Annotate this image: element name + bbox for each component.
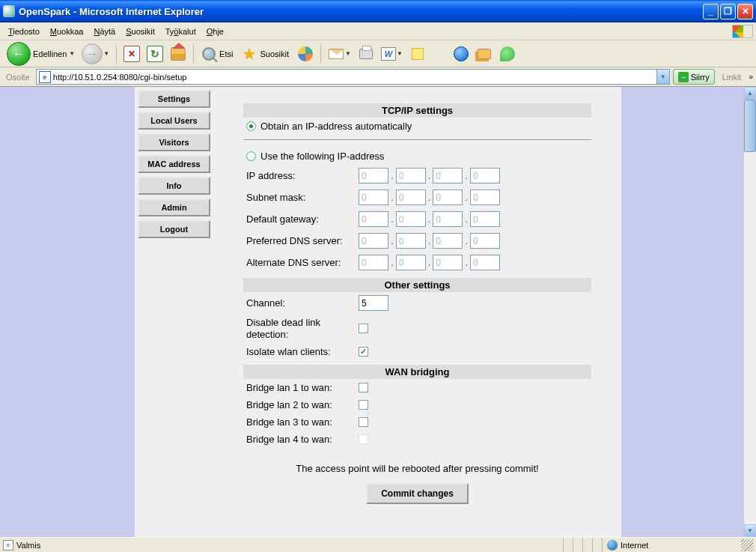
status-zone: Internet <box>621 541 648 550</box>
go-button[interactable]: →Siirry <box>673 69 715 85</box>
ip-octet-2[interactable] <box>396 168 426 184</box>
toolbar: ←Edellinen▼ →▼ ✕ ↻ Etsi ★Suosikit ▼ W▼ <box>0 40 756 67</box>
app-icon <box>3 5 15 17</box>
gateway-octet-2[interactable] <box>396 211 426 227</box>
scroll-up-icon[interactable]: ▲ <box>744 87 756 100</box>
isolate-label: Isolate wlan clients: <box>246 346 359 357</box>
sidebar-item-mac-address[interactable]: MAC address <box>138 155 210 173</box>
address-input[interactable] <box>53 73 656 82</box>
subnet-octet-2[interactable] <box>396 189 426 205</box>
address-dropdown[interactable]: ▼ <box>656 70 669 84</box>
dns2-octet-1[interactable] <box>359 255 388 270</box>
star-icon: ★ <box>241 46 257 62</box>
dns1-octet-3[interactable] <box>433 233 463 249</box>
dns1-label: Preferred DNS server: <box>246 235 359 246</box>
addressbar: Osoite e ▼ →Siirry Linkit » <box>0 67 756 87</box>
dns2-label: Alternate DNS server: <box>246 257 359 268</box>
radio-manual-label: Use the following IP-address <box>260 151 384 162</box>
isolate-checkbox[interactable]: ✓ <box>359 347 368 357</box>
scroll-down-icon[interactable]: ▼ <box>744 524 756 537</box>
menu-tyokalut[interactable]: Työkalut <box>160 25 201 38</box>
sidebar-item-settings[interactable]: Settings <box>138 90 210 108</box>
dns2-octet-3[interactable] <box>433 255 463 270</box>
folders-button[interactable] <box>474 43 495 64</box>
address-input-wrap[interactable]: e ▼ <box>36 69 670 85</box>
home-button[interactable] <box>168 43 189 64</box>
titlebar: OpenSpark - Microsoft Internet Explorer … <box>0 0 756 22</box>
main-form: TCP/IP settings Obtain an IP-address aut… <box>213 87 621 537</box>
bridge2-checkbox[interactable] <box>359 400 368 410</box>
messenger-button[interactable] <box>497 43 518 64</box>
subnet-octet-1[interactable] <box>359 189 388 205</box>
links-label[interactable]: Linkit <box>718 73 746 82</box>
subnet-octet-3[interactable] <box>433 189 463 205</box>
dns1-octet-1[interactable] <box>359 233 388 249</box>
menu-suosikit[interactable]: Suosikit <box>121 25 160 38</box>
back-button[interactable]: ←Edellinen▼ <box>4 43 77 64</box>
menu-muokkaa[interactable]: Muokkaa <box>45 25 89 38</box>
address-label: Osoite <box>3 73 33 82</box>
menu-tiedosto[interactable]: Tiedosto <box>3 25 45 38</box>
scrollbar-vertical[interactable]: ▲ ▼ <box>743 87 756 537</box>
sidebar-item-logout[interactable]: Logout <box>138 220 210 238</box>
ip-octet-1[interactable] <box>359 168 388 184</box>
bridge3-checkbox[interactable] <box>359 417 368 427</box>
zone-globe-icon <box>607 540 618 551</box>
discuss-button[interactable] <box>407 43 428 64</box>
gateway-label: Default gateway: <box>246 213 359 225</box>
gateway-octet-1[interactable] <box>359 211 388 227</box>
media-button[interactable] <box>295 43 316 64</box>
minimize-button[interactable]: _ <box>703 4 719 19</box>
gateway-octet-3[interactable] <box>433 211 463 227</box>
radio-manual[interactable] <box>246 151 256 161</box>
media-icon <box>298 46 313 61</box>
close-button[interactable]: ✕ <box>737 4 753 19</box>
status-text: Valmis <box>16 541 40 550</box>
subnet-octet-4[interactable] <box>470 189 500 205</box>
related-button[interactable] <box>451 43 472 64</box>
stop-button[interactable]: ✕ <box>121 43 142 64</box>
edit-button[interactable]: W▼ <box>379 43 405 64</box>
section-wan-head: WAN bridging <box>243 365 591 379</box>
radio-auto-row[interactable]: Obtain an IP-address automatically <box>243 118 591 135</box>
search-button[interactable]: Etsi <box>198 43 237 64</box>
radio-auto[interactable] <box>246 121 256 131</box>
ip-octet-4[interactable] <box>470 168 500 184</box>
menu-nayta[interactable]: Näytä <box>88 25 121 38</box>
channel-label: Channel: <box>246 297 359 309</box>
print-icon <box>359 49 373 59</box>
dns1-octet-2[interactable] <box>396 233 426 249</box>
favorites-button[interactable]: ★Suosikit <box>239 43 293 64</box>
radio-manual-row[interactable]: Use the following IP-address <box>243 148 591 165</box>
commit-button[interactable]: Commit changes <box>366 483 469 504</box>
mail-button[interactable]: ▼ <box>326 43 353 64</box>
maximize-button[interactable]: ❐ <box>720 4 736 19</box>
refresh-button[interactable]: ↻ <box>144 43 165 64</box>
channel-input[interactable] <box>359 295 388 311</box>
dns2-octet-2[interactable] <box>396 255 426 270</box>
forward-button[interactable]: →▼ <box>79 43 112 64</box>
status-page-icon: e <box>3 540 13 551</box>
sidebar-item-visitors[interactable]: Visitors <box>138 133 210 151</box>
globe-icon <box>454 46 469 61</box>
commit-note: The access point will be rebooted after … <box>251 463 584 474</box>
dns1-octet-4[interactable] <box>470 233 500 249</box>
ip-octet-3[interactable] <box>433 168 463 184</box>
folders-icon <box>478 49 491 59</box>
deadlink-checkbox[interactable] <box>359 324 368 333</box>
sidebar-item-local-users[interactable]: Local Users <box>138 112 210 130</box>
resize-grip-icon[interactable] <box>741 539 753 551</box>
bridge4-checkbox[interactable] <box>359 434 368 444</box>
scroll-thumb[interactable] <box>744 100 756 152</box>
print-button[interactable] <box>356 43 377 64</box>
gateway-octet-4[interactable] <box>470 211 500 227</box>
dns2-octet-4[interactable] <box>470 255 500 270</box>
note-icon <box>412 48 424 60</box>
word-icon: W <box>381 47 396 61</box>
links-chevron-icon[interactable]: » <box>749 73 753 81</box>
menu-ohje[interactable]: Ohje <box>201 25 229 38</box>
sidebar-item-admin[interactable]: Admin <box>138 198 210 216</box>
bridge1-checkbox[interactable] <box>359 383 368 392</box>
section-tcp-head: TCP/IP settings <box>243 103 591 118</box>
sidebar-item-info[interactable]: Info <box>138 177 210 195</box>
